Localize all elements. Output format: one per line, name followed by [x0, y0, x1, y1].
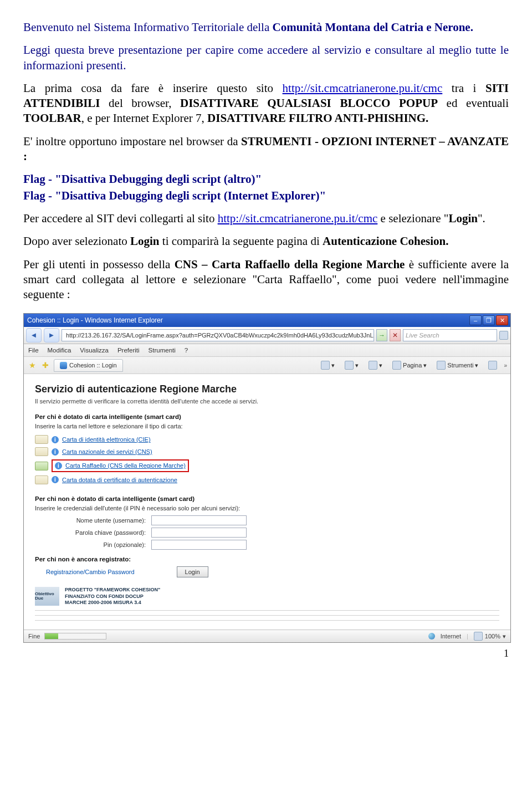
print-icon: [369, 361, 377, 370]
info-icon: i: [52, 448, 59, 456]
page-number: 1: [23, 647, 509, 660]
screenshot-browser-window: Cohesion :: Login - Windows Internet Exp…: [23, 313, 511, 643]
url-input[interactable]: http://213.26.167.32/SA/LoginFrame.aspx?…: [62, 329, 374, 341]
window-title: Cohesion :: Login - Windows Internet Exp…: [27, 316, 163, 325]
menu-favorites[interactable]: Preferiti: [117, 346, 140, 355]
close-button[interactable]: ✕: [496, 315, 508, 325]
input-password[interactable]: [151, 528, 247, 538]
section-no-card-desc: Inserire le credenziali dell'utente (il …: [35, 504, 499, 512]
zoom-icon: [474, 632, 483, 641]
input-username[interactable]: [151, 515, 247, 525]
paragraph-4: E' inoltre opportuno impostare nel brows…: [23, 134, 509, 165]
intro-paragraph: Benvenuto nel Sistema Informativo Territ…: [23, 20, 509, 35]
divider: [35, 615, 499, 616]
gear-icon: [437, 361, 446, 370]
menu-view[interactable]: Visualizza: [80, 346, 109, 355]
obiettivo-due-logo: Obiettivo Due: [35, 587, 59, 606]
tab-bar: ★ ✚ Cohesion :: Login ▾ ▾ ▾ Pagina ▾ Str…: [24, 357, 510, 374]
zone-label: Internet: [441, 632, 461, 640]
card-option-raffaello[interactable]: i Carta Raffaello (CNS della Regione Mar…: [35, 458, 499, 473]
login-button[interactable]: Login: [177, 566, 208, 577]
menu-help[interactable]: ?: [185, 346, 188, 355]
section-no-card: Per chi non è dotato di carta intelligen…: [35, 495, 499, 503]
project-footer: Obiettivo Due PROGETTO "FRAMEWORK COHESI…: [35, 587, 499, 606]
section-not-registered: Per chi non è ancora registrato:: [35, 555, 499, 564]
globe-icon: [428, 633, 435, 640]
divider: [35, 610, 499, 611]
rss-icon: [345, 361, 354, 370]
card-option-cie[interactable]: i Carta di identità elettronica (CIE): [35, 433, 499, 446]
print-button[interactable]: ▾: [365, 360, 386, 371]
status-text: Fine: [28, 632, 40, 640]
page-icon: [392, 361, 401, 370]
menu-bar: File Modifica Visualizza Preferiti Strum…: [24, 344, 510, 357]
divider: [35, 620, 499, 621]
page-heading: Servizio di autenticazione Regione March…: [35, 383, 499, 396]
row-register: Registrazione/Cambio Password Login: [46, 565, 499, 579]
page-content: Servizio di autenticazione Regione March…: [24, 374, 510, 630]
register-link[interactable]: Registrazione/Cambio Password: [46, 568, 135, 576]
section-smartcard: Per chi è dotato di carta intelligente (…: [35, 413, 499, 421]
flag-line-1: Flag - "Disattiva Debugging degli script…: [23, 172, 509, 187]
row-password: Parola chiave (password):: [57, 528, 499, 538]
card-option-cns[interactable]: i Carta nazionale dei servizi (CNS): [35, 446, 499, 458]
paragraph-6: Dopo aver selezionato Login ti comparirà…: [23, 234, 509, 249]
page-subheading: Il servizio permette di verificare la co…: [35, 397, 499, 405]
minimize-button[interactable]: –: [469, 315, 482, 325]
go-button[interactable]: →: [376, 329, 387, 341]
site-link-1[interactable]: http://sit.cmcatrianerone.pu.it/cmc: [283, 81, 443, 95]
tools-menu[interactable]: Strumenti ▾: [433, 360, 482, 371]
favorites-star-icon[interactable]: ★: [27, 360, 37, 370]
search-input[interactable]: Live Search: [403, 329, 497, 341]
add-favorite-icon[interactable]: ✚: [40, 360, 50, 370]
site-link-2[interactable]: http://sit.cmcatrianerone.pu.it/cmc: [218, 212, 378, 225]
input-pin[interactable]: [151, 540, 247, 550]
status-bar: Fine Internet | 100% ▾: [24, 630, 510, 642]
window-titlebar: Cohesion :: Login - Windows Internet Exp…: [24, 314, 510, 327]
tab-favicon-icon: [60, 362, 67, 369]
paragraph-5: Per accedere al SIT devi collegarti al s…: [23, 211, 509, 226]
card-option-cert[interactable]: i Carta dotata di certificato di autenti…: [35, 474, 499, 486]
row-username: Nome utente (username):: [57, 515, 499, 525]
row-pin: Pin (opzionale):: [57, 540, 499, 550]
section-smartcard-desc: Inserire la carta nel lettore e selezion…: [35, 422, 499, 430]
search-icon[interactable]: [499, 331, 508, 340]
paragraph-3: La prima cosa da fare è inserire questo …: [23, 81, 509, 126]
page-menu[interactable]: Pagina ▾: [389, 360, 430, 371]
menu-tools[interactable]: Strumenti: [149, 346, 176, 355]
stop-button[interactable]: ✕: [390, 329, 401, 341]
menu-file[interactable]: File: [28, 346, 39, 355]
card-icon: [35, 447, 48, 456]
card-icon: [35, 462, 48, 470]
card-icon: [35, 475, 48, 484]
help-button[interactable]: [485, 360, 500, 371]
paragraph-7: Per gli utenti in possesso della CNS – C…: [23, 257, 509, 303]
help-icon: [488, 361, 497, 370]
progress-bar: [44, 633, 106, 640]
back-button[interactable]: ◄: [26, 328, 42, 342]
zoom-control[interactable]: 100% ▾: [474, 632, 506, 641]
info-icon: i: [52, 436, 59, 443]
paragraph-2: Leggi questa breve presentazione per cap…: [23, 43, 509, 73]
feeds-button[interactable]: ▾: [341, 360, 362, 371]
card-icon: [35, 435, 48, 444]
flag-line-2: Flag - "Disattiva Debugging degli script…: [23, 188, 509, 203]
home-button[interactable]: ▾: [318, 360, 338, 371]
forward-button[interactable]: ►: [44, 328, 59, 342]
address-bar: ◄ ► http://213.26.167.32/SA/LoginFrame.a…: [24, 327, 510, 344]
info-icon: i: [55, 462, 62, 469]
label-password: Parola chiave (password):: [57, 529, 146, 536]
browser-tab[interactable]: Cohesion :: Login: [54, 359, 123, 371]
menu-edit[interactable]: Modifica: [48, 346, 71, 355]
info-icon: i: [52, 476, 59, 483]
label-pin: Pin (opzionale):: [57, 541, 146, 549]
label-username: Nome utente (username):: [57, 516, 146, 524]
maximize-button[interactable]: ❐: [483, 315, 495, 325]
home-icon: [321, 361, 330, 370]
